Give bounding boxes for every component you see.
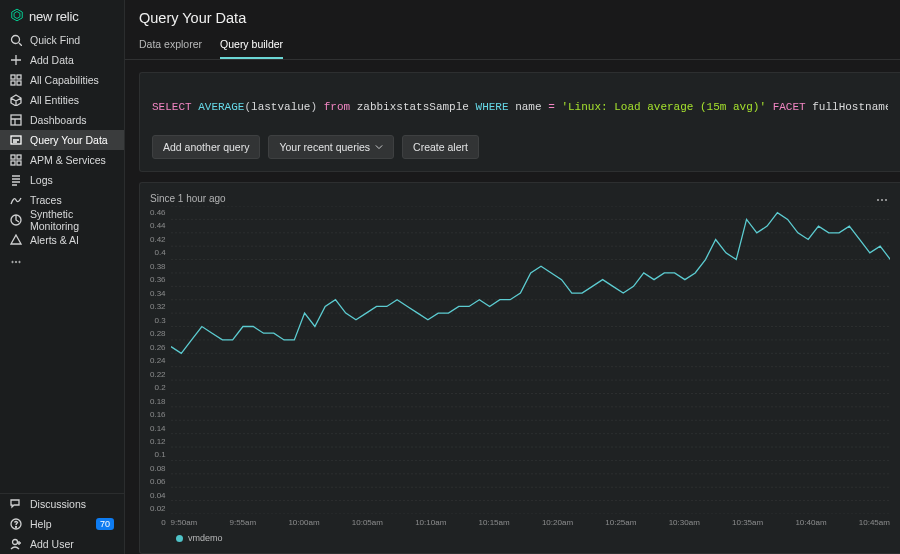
tab-query-builder[interactable]: Query builder xyxy=(220,32,283,59)
x-tick: 10:35am xyxy=(732,518,763,527)
sidebar-item-synthetic-monitoring[interactable]: Synthetic Monitoring xyxy=(0,210,124,230)
dashboard-icon xyxy=(10,114,22,126)
nrql-func: AVERAGE xyxy=(198,101,244,113)
synthetic-icon xyxy=(10,214,22,226)
nav-badge: 70 xyxy=(96,518,114,530)
nav-label: Help xyxy=(30,518,52,530)
sidebar-item-add-data[interactable]: Add Data xyxy=(0,50,124,70)
sidebar-item-all-capabilities[interactable]: All Capabilities xyxy=(0,70,124,90)
sidebar-item-dashboards[interactable]: Dashboards xyxy=(0,110,124,130)
nrql-arg: lastvalue xyxy=(251,101,310,113)
nrql-field: name xyxy=(515,101,541,113)
y-tick: 0.36 xyxy=(150,275,166,284)
y-tick: 0.46 xyxy=(150,208,166,217)
y-tick: 0.42 xyxy=(150,235,166,244)
x-tick: 10:30am xyxy=(669,518,700,527)
cube-icon xyxy=(10,94,22,106)
y-tick: 0.32 xyxy=(150,302,166,311)
chart-y-axis: 0.460.440.420.40.380.360.340.320.30.280.… xyxy=(150,206,171,527)
x-tick: 10:05am xyxy=(352,518,383,527)
y-tick: 0.38 xyxy=(150,262,166,271)
ellipsis-icon xyxy=(876,198,888,202)
y-tick: 0.4 xyxy=(154,248,165,257)
nrql-editor[interactable]: SELECT AVERAGE(lastvalue) from zabbixsta… xyxy=(152,101,888,113)
svg-point-27 xyxy=(16,527,17,528)
y-tick: 0.24 xyxy=(150,356,166,365)
x-tick: 10:10am xyxy=(415,518,446,527)
adduser-icon xyxy=(10,538,22,550)
svg-point-25 xyxy=(19,261,21,263)
svg-point-28 xyxy=(13,540,18,545)
create-alert-button[interactable]: Create alert xyxy=(402,135,479,159)
y-tick: 0.04 xyxy=(150,491,166,500)
nav-label: All Capabilities xyxy=(30,74,99,86)
nav-label: All Entities xyxy=(30,94,79,106)
sidebar-item-apm-services[interactable]: APM & Services xyxy=(0,150,124,170)
y-tick: 0.28 xyxy=(150,329,166,338)
x-tick: 10:20am xyxy=(542,518,573,527)
sidebar-item-alerts-ai[interactable]: Alerts & AI xyxy=(0,230,124,250)
nav-label: Quick Find xyxy=(30,34,80,46)
sidebar-item-all-entities[interactable]: All Entities xyxy=(0,90,124,110)
y-tick: 0 xyxy=(161,518,165,527)
y-tick: 0.06 xyxy=(150,477,166,486)
x-tick: 10:25am xyxy=(605,518,636,527)
brand-logo[interactable]: new relic xyxy=(0,0,124,30)
sidebar-item-logs[interactable]: Logs xyxy=(0,170,124,190)
query-panel: SELECT AVERAGE(lastvalue) from zabbixsta… xyxy=(139,72,900,172)
svg-point-24 xyxy=(15,261,17,263)
svg-rect-7 xyxy=(11,155,15,159)
sidebar-more[interactable] xyxy=(0,252,124,272)
x-tick: 10:15am xyxy=(479,518,510,527)
add-another-query-button[interactable]: Add another query xyxy=(152,135,260,159)
y-tick: 0.14 xyxy=(150,424,166,433)
sidebar-item-query-your-data[interactable]: Query Your Data xyxy=(0,130,124,150)
x-tick: 10:45am xyxy=(859,518,890,527)
nrql-facetfield: fullHostname xyxy=(812,101,888,113)
chart-menu-button[interactable] xyxy=(874,191,890,206)
query-icon xyxy=(10,134,22,146)
recent-queries-button[interactable]: Your recent queries xyxy=(268,135,394,159)
nav-label: Traces xyxy=(30,194,62,206)
sidebar-item-quick-find[interactable]: Quick Find xyxy=(0,30,124,50)
discussions-icon xyxy=(10,498,22,510)
y-tick: 0.44 xyxy=(150,221,166,230)
nav-label: Add User xyxy=(30,538,74,550)
chart-plot[interactable] xyxy=(171,206,890,514)
sidebar-bottom-add-user[interactable]: Add User xyxy=(0,534,124,554)
nrql-select: SELECT xyxy=(152,101,192,113)
svg-point-31 xyxy=(885,199,887,201)
y-tick: 0.18 xyxy=(150,397,166,406)
sidebar: new relic Quick FindAdd DataAll Capabili… xyxy=(0,0,125,554)
nrql-facet: FACET xyxy=(773,101,806,113)
nrql-from: from xyxy=(324,101,350,113)
sidebar-bottom-help[interactable]: Help70 xyxy=(0,514,124,534)
sidebar-item-traces[interactable]: Traces xyxy=(0,190,124,210)
x-tick: 10:40am xyxy=(795,518,826,527)
chart-x-axis: 9:50am9:55am10:00am10:05am10:10am10:15am… xyxy=(171,514,890,527)
chart-time-range: Since 1 hour ago xyxy=(150,193,226,204)
tab-data-explorer[interactable]: Data explorer xyxy=(139,32,202,59)
query-actions: Add another query Your recent queries Cr… xyxy=(152,135,888,159)
logs-icon xyxy=(10,174,22,186)
x-tick: 9:55am xyxy=(230,518,257,527)
svg-point-23 xyxy=(12,261,14,263)
nav-label: Add Data xyxy=(30,54,74,66)
y-tick: 0.34 xyxy=(150,289,166,298)
brand-name: new relic xyxy=(29,9,79,24)
y-tick: 0.22 xyxy=(150,370,166,379)
chart-legend[interactable]: vmdemo xyxy=(150,527,890,543)
y-tick: 0.02 xyxy=(150,504,166,513)
grid-icon xyxy=(10,74,22,86)
svg-rect-5 xyxy=(11,115,21,125)
sidebar-bottom-discussions[interactable]: Discussions xyxy=(0,494,124,514)
tab-bar: Data explorerQuery builder xyxy=(125,32,900,60)
svg-rect-10 xyxy=(17,161,21,165)
y-tick: 0.2 xyxy=(154,383,165,392)
chevron-down-icon xyxy=(375,143,383,151)
button-label: Add another query xyxy=(163,141,249,153)
main-content: Query Your Data Data explorerQuery build… xyxy=(125,0,900,554)
nav-label: Logs xyxy=(30,174,53,186)
nrql-where: WHERE xyxy=(476,101,509,113)
traces-icon xyxy=(10,194,22,206)
